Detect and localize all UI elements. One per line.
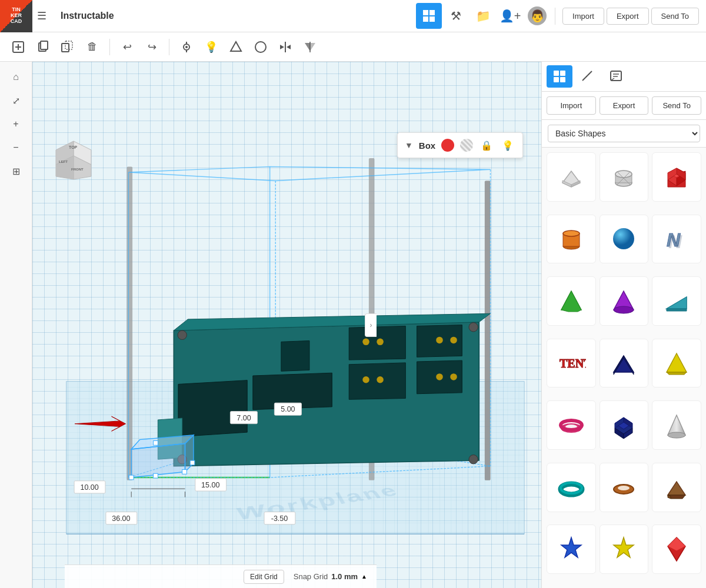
svg-point-55 [436, 337, 443, 344]
svg-point-63 [178, 330, 187, 339]
snap-grid-label: Snap Grid [294, 572, 328, 581]
shape-sphere[interactable] [600, 215, 649, 264]
light-button[interactable]: 💡 [200, 36, 222, 58]
svg-marker-68 [131, 443, 185, 477]
svg-point-118 [563, 230, 580, 236]
right-panel: Import Export Send To Basic Shapes Text … [541, 62, 706, 588]
shapes-grid: N N [542, 148, 706, 588]
svg-rect-35 [127, 166, 133, 480]
svg-text:5.00: 5.00 [281, 406, 295, 414]
view-button[interactable] [175, 36, 198, 58]
export-shapes-button[interactable]: Export [600, 96, 649, 115]
svg-text:7.00: 7.00 [237, 414, 251, 422]
shape-box-hole[interactable] [547, 152, 596, 202]
send-to-shapes-button[interactable]: Send To [652, 96, 701, 115]
svg-rect-72 [182, 470, 187, 475]
shape-align-button[interactable] [225, 36, 247, 58]
svg-rect-74 [154, 441, 158, 446]
panel-collapse-arrow[interactable]: › [365, 313, 377, 337]
redo-button[interactable]: ↪ [141, 36, 163, 58]
svg-text:TENT: TENT [560, 357, 586, 370]
shape-gem-red[interactable] [652, 524, 701, 574]
svg-rect-2 [423, 16, 428, 22]
undo-button[interactable]: ↩ [116, 36, 138, 58]
tab-grid[interactable] [547, 65, 572, 88]
grid-view-button[interactable] [416, 3, 442, 29]
tab-note[interactable] [603, 65, 629, 88]
shapes-category-select[interactable]: Basic Shapes Text & Numbers Symbols [548, 125, 700, 142]
svg-rect-94 [560, 77, 565, 82]
duplicate-button[interactable] [56, 36, 79, 58]
mirror-button[interactable] [274, 36, 297, 58]
menu-icon[interactable]: ☰ [32, 9, 51, 22]
toolbar: 🗑 ↩ ↪ 💡 [0, 32, 706, 62]
export-button[interactable]: Export [607, 8, 649, 25]
shape-pyramid-yellow[interactable] [652, 339, 701, 388]
shape-text-3d[interactable]: N N [652, 215, 701, 264]
svg-rect-3 [429, 16, 435, 22]
shape-pyramid-green[interactable] [547, 276, 596, 326]
fit-view-button[interactable]: ⤢ [5, 90, 26, 111]
avatar-button[interactable]: 👨 [524, 3, 550, 29]
svg-text:10.00: 10.00 [80, 483, 98, 492]
svg-point-137 [561, 420, 582, 430]
shape-ring-teal[interactable] [547, 463, 596, 512]
svg-marker-62 [281, 340, 309, 371]
import-shapes-button[interactable]: Import [547, 96, 596, 115]
viewport[interactable]: TOP LEFT FRONT ▼ Box 🔒 💡 Workplane [32, 62, 541, 588]
tab-ruler[interactable] [575, 65, 601, 88]
workplane-button[interactable]: ⊞ [5, 161, 26, 182]
svg-rect-92 [560, 71, 565, 76]
shape-box-solid[interactable] [652, 152, 701, 202]
svg-marker-20 [305, 43, 310, 51]
add-user-button[interactable]: 👤+ [497, 3, 523, 29]
top-icons: ⚒ 📁 👤+ 👨 [416, 3, 555, 29]
svg-marker-127 [667, 297, 687, 309]
shape-cone-purple[interactable] [600, 276, 649, 326]
copy-button[interactable] [32, 36, 54, 58]
svg-point-60 [450, 373, 457, 380]
flip-button[interactable] [299, 36, 321, 58]
svg-marker-134 [667, 372, 687, 375]
shape-torus-pink[interactable] [547, 400, 596, 450]
zoom-in-button[interactable]: + [5, 113, 26, 135]
svg-point-59 [436, 373, 443, 380]
svg-marker-154 [614, 537, 634, 557]
delete-button[interactable]: 🗑 [81, 36, 104, 58]
main-area: ⌂ ⤢ + − ⊞ TOP LEFT FRONT ▼ [0, 62, 706, 588]
shape-wedge-teal[interactable] [652, 276, 701, 326]
shape-star-yellow[interactable] [600, 524, 649, 574]
svg-point-54 [377, 339, 384, 346]
svg-point-107 [615, 171, 632, 178]
shape-star-blue[interactable] [547, 524, 596, 574]
shape-cube-dark-blue[interactable] [600, 400, 649, 450]
snap-dropdown-button[interactable]: ▲ [361, 573, 367, 580]
shape-torus-brown-outer[interactable] [600, 463, 649, 512]
svg-marker-150 [668, 482, 685, 495]
svg-point-119 [613, 228, 634, 249]
right-panel-actions: Import Export Send To [542, 92, 706, 120]
send-to-button[interactable]: Send To [651, 8, 699, 25]
shape-cone-grey[interactable] [652, 400, 701, 450]
shape-prism-blue[interactable] [600, 339, 649, 388]
zoom-out-button[interactable]: − [5, 137, 26, 158]
shape-circle-button[interactable] [249, 36, 272, 58]
shape-unknown-brown[interactable] [652, 463, 701, 512]
import-button[interactable]: Import [562, 8, 604, 25]
bottom-bar: Edit Grid Snap Grid 1.0 mm ▲ [65, 564, 377, 588]
new-button[interactable] [7, 36, 29, 58]
svg-marker-128 [667, 309, 687, 311]
hammer-button[interactable]: ⚒ [443, 3, 469, 29]
folder-button[interactable]: 📁 [470, 3, 496, 29]
home-view-button[interactable]: ⌂ [5, 66, 26, 88]
svg-rect-38 [485, 181, 491, 480]
shape-cylinder-hole[interactable] [600, 152, 649, 202]
svg-rect-73 [190, 460, 195, 465]
edit-grid-button[interactable]: Edit Grid [244, 570, 284, 584]
shape-tent-text[interactable]: TENT [547, 339, 596, 388]
svg-point-12 [185, 46, 188, 48]
svg-point-64 [469, 323, 478, 332]
shapes-header: Basic Shapes Text & Numbers Symbols [542, 120, 706, 148]
shape-cylinder[interactable] [547, 215, 596, 264]
svg-rect-91 [554, 71, 559, 76]
